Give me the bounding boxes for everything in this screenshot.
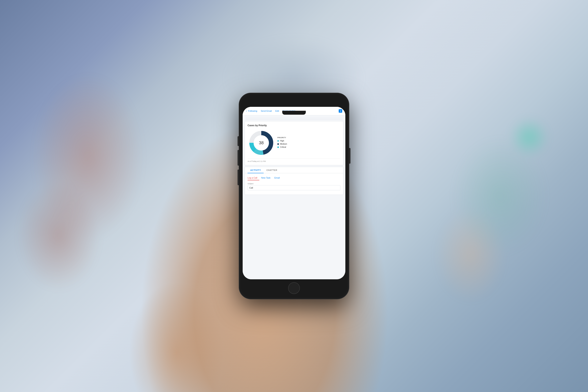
power-button	[349, 148, 350, 164]
activity-tabs: ACTIVITY CHATTER	[245, 167, 343, 173]
volume-up-button	[238, 150, 239, 166]
donut-chart: 38	[248, 129, 275, 156]
legend-item-critical: Critical	[277, 146, 340, 148]
sub-tabs: Log a Call New Task Email	[248, 176, 340, 180]
tab-activity[interactable]: ACTIVITY	[248, 167, 264, 173]
phone-screen: Following Send Email Edit Quick Update C…	[243, 107, 345, 279]
content-area: Cases by Priority	[243, 115, 345, 279]
activity-section: ACTIVITY CHATTER Log a Call New Task Ema…	[244, 167, 344, 195]
following-button[interactable]: Following	[246, 110, 257, 112]
legend-item-medium: Medium	[277, 143, 340, 145]
divider-2	[246, 119, 342, 120]
sub-tab-email[interactable]: Email	[272, 176, 282, 180]
subject-field: Subject	[248, 183, 340, 190]
sub-tab-new-task[interactable]: New Task	[259, 176, 272, 180]
legend-dot-critical	[277, 146, 279, 148]
subject-label: Subject	[248, 183, 340, 185]
chart-timestamp: As of Today at 2:11 PM	[248, 158, 340, 162]
volume-down-button	[238, 170, 239, 185]
subject-input[interactable]	[248, 185, 340, 190]
chart-card: Cases by Priority	[244, 121, 344, 165]
sub-tab-log-call[interactable]: Log a Call	[248, 176, 259, 180]
dropdown-button[interactable]	[339, 109, 342, 113]
legend-dot-medium	[277, 143, 279, 145]
phone: Following Send Email Edit Quick Update C…	[239, 93, 349, 299]
send-email-button[interactable]: Send Email	[261, 110, 272, 112]
legend-item-high: High	[277, 140, 340, 142]
activity-content: Log a Call New Task Email Subject	[245, 173, 343, 195]
legend-dot-high	[277, 140, 279, 142]
edit-button[interactable]: Edit	[276, 110, 279, 112]
legend-title: Priority	[277, 136, 340, 138]
chart-body: 38 Priority High Medium	[248, 129, 340, 156]
silent-button	[238, 136, 239, 146]
app-content: Following Send Email Edit Quick Update C…	[243, 107, 345, 279]
divider	[246, 118, 342, 118]
legend-label-medium: Medium	[280, 143, 287, 145]
chart-title: Cases by Priority	[248, 124, 340, 127]
legend-label-critical: Critical	[280, 146, 286, 148]
donut-value: 38	[259, 140, 264, 146]
chart-legend: Priority High Medium Crit	[277, 136, 340, 149]
phone-notch	[282, 111, 306, 115]
tab-chatter[interactable]: CHATTER	[264, 167, 280, 173]
home-button[interactable]	[288, 282, 300, 294]
legend-label-high: High	[280, 140, 284, 142]
